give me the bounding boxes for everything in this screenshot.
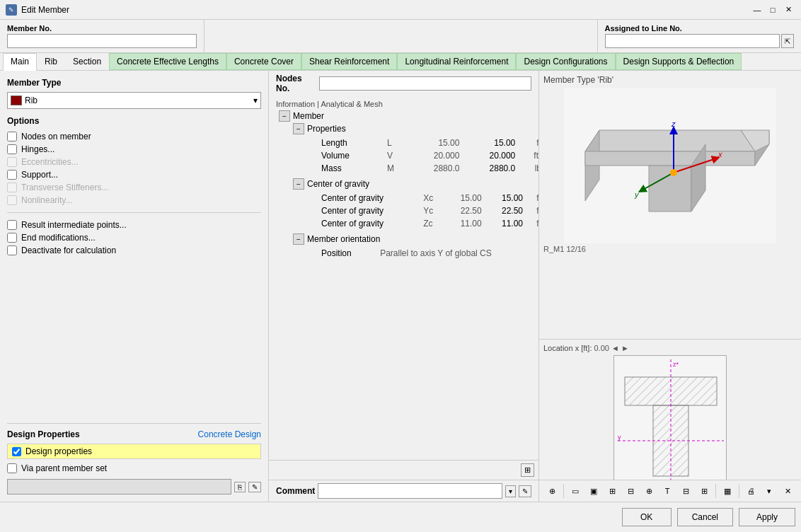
assigned-line-icon-btn[interactable]: ⇱ [781,34,794,48]
toolbar-nav-btn[interactable]: ⊕ [543,482,560,499]
tab-design-config[interactable]: Design Configurations [516,53,615,70]
toolbar-minus-btn[interactable]: ⊟ [677,482,694,499]
toolbar-text-btn[interactable]: T [659,482,676,499]
cog-z-val1: 11.00 [444,217,485,230]
properties-toggle[interactable]: − [293,123,304,134]
support-checkbox[interactable] [7,170,17,180]
toolbar-box-btn[interactable]: ▣ [585,482,602,499]
divider2 [7,423,261,424]
cog-z-val2: 11.00 [486,217,527,230]
svg-marker-4 [649,166,691,212]
tab-shear-reinf[interactable]: Shear Reinforcement [301,53,397,70]
window-title: Edit Member [21,5,69,15]
close-button[interactable]: ✕ [781,3,795,17]
svg-point-11 [670,169,677,176]
assigned-line-field: Assigned to Line No. 22 ⇱ [598,20,802,52]
mass-symbol: M [383,162,408,175]
toolbar-split-btn[interactable]: ⊞ [604,482,621,499]
nonlinearity-checkbox[interactable] [7,195,17,205]
assigned-line-input[interactable]: 22 [605,34,780,48]
divider1 [7,212,261,213]
comment-row: Comment ▾ ✎ [269,480,538,502]
member-orient-toggle[interactable]: − [293,233,304,245]
eccentricities-row: Eccentricities... [7,156,261,168]
toolbar-plus-btn[interactable]: ⊞ [696,482,713,499]
grid-icon-btn[interactable]: ⊞ [521,463,534,477]
cog-z-symbol: Zc [419,217,444,230]
toolbar-print-arrow-btn[interactable]: ▾ [761,482,778,499]
tab-main[interactable]: Main [3,53,37,71]
tab-section[interactable]: Section [65,53,109,70]
result-intermediate-label: Result intermediate points... [21,220,127,230]
dropdown-arrow: ▾ [253,96,258,105]
cancel-button[interactable]: Cancel [677,508,733,526]
design-props-label: Design properties [25,446,92,456]
table-row: Volume V 20.000 20.000 ft³ [307,149,539,162]
eccentricities-checkbox[interactable] [7,157,17,167]
support-row: Support... [7,168,261,181]
toolbar-select-btn[interactable]: ▭ [567,482,584,499]
nodes-no-input[interactable]: 15,16 [319,76,531,91]
member-toggle[interactable]: − [279,110,290,122]
design-input-field[interactable] [7,479,231,495]
cog-x-val2: 15.00 [486,192,527,204]
svg-text:x: x [718,150,722,158]
transverse-checkbox[interactable] [7,183,17,192]
center-gravity-table: Center of gravity Xc 15.00 15.00 ft Cent… [307,192,539,230]
member-type-title: Member Type [7,78,261,88]
app-icon: ✎ [6,4,17,16]
member-no-input[interactable]: 9 [7,34,197,48]
design-props-checkbox[interactable] [12,447,21,456]
via-parent-checkbox[interactable] [7,463,17,473]
volume-val2: 20.000 [463,149,519,162]
center-gravity-tree-item: − Center of gravity [293,178,531,190]
concrete-design-link[interactable]: Concrete Design [198,429,261,439]
tab-long-reinf[interactable]: Longitudinal Reinforcement [397,53,516,70]
toolbar-close-btn[interactable]: ✕ [779,482,796,499]
info-block: Information | Analytical & Mesh − Member… [269,97,538,262]
hinges-checkbox[interactable] [7,144,17,154]
ok-button[interactable]: OK [622,508,672,526]
tabs-row: Main Rib Section Concrete Effective Leng… [0,53,801,71]
position-label: Position [307,247,376,260]
design-copy-btn[interactable]: ⎘ [234,482,246,492]
member-type-select[interactable]: Rib ▾ [7,92,261,109]
member-orient-tree-item: − Member orientation [293,233,531,245]
center-gravity-toggle[interactable]: − [293,178,304,190]
info-title: Information | Analytical & Mesh [276,100,383,108]
tab-concrete-cover[interactable]: Concrete Cover [226,53,301,70]
result-intermediate-checkbox[interactable] [7,220,17,230]
comment-icon-btn[interactable]: ▾ [505,485,516,497]
svg-text:z: z [671,120,676,128]
toolbar-cross-btn[interactable]: ⊕ [640,482,657,499]
apply-button[interactable]: Apply [739,508,795,526]
tab-design-supports[interactable]: Design Supports & Deflection [616,53,742,70]
cog-y-label: Center of gravity [307,204,419,217]
maximize-button[interactable]: □ [766,3,780,17]
cog-y-unit: ft [527,204,539,217]
bottom-buttons: OK Cancel Apply [0,502,801,532]
comment-input[interactable] [318,483,502,499]
end-modifications-checkbox[interactable] [7,233,17,243]
minimize-button[interactable]: — [750,3,764,17]
table-row: Center of gravity Yc 22.50 22.50 ft [307,204,539,217]
tab-concrete-eff[interactable]: Concrete Effective Lengths [109,53,226,70]
deactivate-checkbox[interactable] [7,245,17,255]
table-row: Mass M 2880.0 2880.0 lb [307,162,539,175]
assigned-line-label: Assigned to Line No. [605,24,795,33]
options-title: Options [7,116,261,126]
design-edit-btn[interactable]: ✎ [248,482,261,492]
toolbar-print-btn[interactable]: 🖨 [742,482,759,499]
toolbar-table-btn[interactable]: ▦ [719,482,736,499]
rib-model-label: R_M1 12/16 [543,245,797,253]
svg-text:y: y [618,434,621,441]
nodes-on-member-checkbox[interactable] [7,132,17,141]
mass-unit: lb [519,162,539,175]
position-value: Parallel to axis Y of global CS [376,247,539,260]
hinges-row: Hinges... [7,143,261,156]
empty-middle-field [204,20,598,52]
tab-rib[interactable]: Rib [37,53,65,70]
toolbar-merge-btn[interactable]: ⊟ [622,482,639,499]
cog-z-label: Center of gravity [307,217,419,230]
comment-edit-btn[interactable]: ✎ [519,485,531,497]
